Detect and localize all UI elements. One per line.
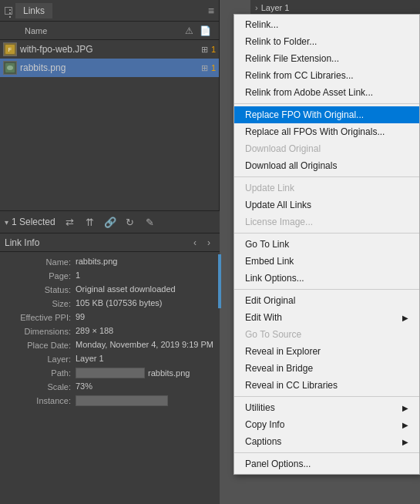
menu-item-copy-info-label: Copy Info: [245, 419, 284, 430]
menu-item-relink-ext[interactable]: Relink File Extension...: [234, 50, 419, 67]
menu-item-edit-with[interactable]: Edit With ▶: [234, 309, 419, 326]
links-list: F with-fpo-web.JPG ⊞ 1 rabbits.png ⊞ 1: [0, 40, 219, 77]
menu-item-captions-label: Captions: [245, 436, 281, 447]
menu-item-update-all[interactable]: Update All Links: [234, 197, 419, 213]
menu-item-relink-folder-label: Relink to Folder...: [245, 36, 317, 47]
info-row-layer: Layer: Layer 1: [0, 352, 220, 366]
menu-item-edit-original-label: Edit Original: [245, 295, 295, 306]
menu-item-download-all[interactable]: Download all Originals: [234, 157, 419, 174]
link-thumbnail-rabbit: [3, 61, 17, 75]
menu-item-replace-fpo[interactable]: Replace FPO With Original...: [234, 106, 419, 123]
info-row-dimensions: Dimensions: 289 × 188: [0, 324, 220, 338]
menu-item-download-original-label: Download Original: [245, 143, 321, 154]
menu-item-edit-original[interactable]: Edit Original: [234, 292, 419, 309]
info-value-layer: Layer 1: [76, 354, 213, 363]
info-value-instance: [76, 395, 213, 408]
menu-item-relink-adobe-label: Relink from Adobe Asset Link...: [245, 87, 373, 98]
menu-item-utilities[interactable]: Utilities ▶: [234, 399, 419, 416]
path-bar: [76, 368, 145, 378]
menu-item-go-to-link-label: Go To Link: [245, 239, 289, 250]
menu-item-panel-options[interactable]: Panel Options...: [234, 455, 419, 472]
menu-separator-1: [234, 103, 419, 104]
go-to-link-btn[interactable]: 🔗: [102, 213, 119, 230]
menu-item-relink-adobe[interactable]: Relink from Adobe Asset Link...: [234, 84, 419, 101]
menu-item-relink-cc-label: Relink from CC Libraries...: [245, 70, 354, 81]
menu-item-relink[interactable]: Relink...: [234, 16, 419, 33]
menu-item-relink-cc[interactable]: Relink from CC Libraries...: [234, 67, 419, 84]
link-info-next-btn[interactable]: ›: [203, 237, 215, 249]
link-info-title: Link Info: [5, 237, 189, 248]
menu-item-update-link-label: Update Link: [245, 183, 294, 193]
submenu-arrow-copy-info: ▶: [402, 421, 408, 429]
name-column-header: Name: [3, 26, 185, 35]
panel-drag-handle[interactable]: ⋮⋮: [5, 7, 12, 15]
menu-item-reveal-cc[interactable]: Reveal in CC Libraries: [234, 377, 419, 394]
menu-item-go-to-link[interactable]: Go To Link: [234, 236, 419, 253]
menu-item-link-options-label: Link Options...: [245, 273, 304, 284]
menu-item-license-label: License Image...: [245, 217, 313, 227]
menu-item-relink-folder[interactable]: Relink to Folder...: [234, 33, 419, 50]
layer-name: Layer 1: [261, 3, 290, 12]
menu-item-download-all-label: Download all Originals: [245, 160, 337, 171]
info-value-size: 105 KB (107536 bytes): [76, 298, 213, 307]
menu-separator-5: [234, 396, 419, 397]
link-info-fields: Name: rabbits.png Page: 1 Status: Origin…: [0, 252, 220, 412]
menu-item-panel-options-label: Panel Options...: [245, 459, 311, 469]
relink-btn[interactable]: ⇄: [62, 213, 79, 230]
info-row-page: Page: 1: [0, 269, 220, 283]
link-info-header: Link Info ‹ ›: [0, 234, 220, 252]
menu-item-replace-all-fpo-label: Replace all FPOs With Originals...: [245, 126, 385, 137]
link-row-icons-2: ⊞ 1: [201, 63, 216, 73]
panel-title-tab[interactable]: Links: [15, 3, 52, 18]
info-value-scale: 73%: [76, 381, 213, 391]
layer-info: › Layer 1: [250, 0, 420, 15]
menu-item-reveal-cc-label: Reveal in CC Libraries: [245, 380, 338, 391]
menu-item-edit-with-label: Edit With: [245, 312, 282, 323]
links-column-header: Name ⚠ 📄: [0, 22, 219, 40]
info-label-date: Place Date:: [6, 340, 76, 350]
info-label-status: Status:: [6, 284, 76, 294]
svg-text:F: F: [8, 47, 12, 52]
panel-header: ⋮⋮ Links ≡: [0, 0, 219, 22]
info-value-date: Monday, November 4, 2019 9:19 PM: [76, 340, 213, 349]
menu-item-reveal-explorer[interactable]: Reveal in Explorer: [234, 343, 419, 360]
info-label-instance: Instance:: [6, 395, 76, 405]
instance-bar: [76, 395, 168, 406]
links-toolbar: ▾ 1 Selected ⇄ ⇈ 🔗 ↻ ✎: [0, 210, 220, 234]
link-row[interactable]: F with-fpo-web.JPG ⊞ 1: [0, 40, 219, 59]
menu-separator-4: [234, 289, 419, 290]
menu-item-update-all-label: Update All Links: [245, 200, 311, 210]
menu-item-captions[interactable]: Captions ▶: [234, 433, 419, 450]
menu-item-go-to-source-label: Go To Source: [245, 329, 301, 340]
relink-folder-btn[interactable]: ⇈: [82, 213, 99, 230]
menu-item-link-options[interactable]: Link Options...: [234, 270, 419, 287]
menu-item-copy-info[interactable]: Copy Info ▶: [234, 416, 419, 433]
menu-item-embed-link[interactable]: Embed Link: [234, 253, 419, 270]
context-menu: Relink... Relink to Folder... Relink Fil…: [234, 14, 420, 475]
menu-item-reveal-explorer-label: Reveal in Explorer: [245, 346, 321, 357]
toolbar-expand-arrow[interactable]: ▾: [5, 218, 8, 227]
link-status-icon: ⊞: [201, 45, 208, 55]
panel-menu-icon[interactable]: ≡: [208, 5, 214, 17]
menu-item-replace-fpo-label: Replace FPO With Original...: [245, 109, 364, 120]
menu-item-replace-all-fpo[interactable]: Replace all FPOs With Originals...: [234, 123, 419, 140]
link-filename-rabbit: rabbits.png: [20, 62, 201, 73]
column-header-icons: ⚠ 📄: [185, 25, 216, 36]
info-label-scale: Scale:: [6, 381, 76, 391]
info-label-ppi: Effective PPI:: [6, 312, 76, 322]
info-row-scale: Scale: 73%: [0, 380, 220, 394]
info-row-name: Name: rabbits.png: [0, 255, 220, 269]
menu-item-reveal-bridge[interactable]: Reveal in Bridge: [234, 360, 419, 377]
link-row-selected[interactable]: rabbits.png ⊞ 1: [0, 59, 219, 77]
link-filename-fpo: with-fpo-web.JPG: [20, 44, 201, 55]
menu-item-utilities-label: Utilities: [245, 402, 275, 413]
svg-point-3: [7, 66, 13, 70]
info-value-status: Original asset downloaded: [76, 284, 213, 294]
selected-count: 1 Selected: [12, 217, 55, 227]
info-label-path: Path:: [6, 368, 76, 378]
link-info-prev-btn[interactable]: ‹: [189, 237, 201, 249]
update-link-btn[interactable]: ↻: [122, 213, 139, 230]
edit-original-btn[interactable]: ✎: [142, 213, 159, 230]
info-value-page: 1: [76, 270, 213, 280]
info-value-name: rabbits.png: [76, 257, 213, 266]
